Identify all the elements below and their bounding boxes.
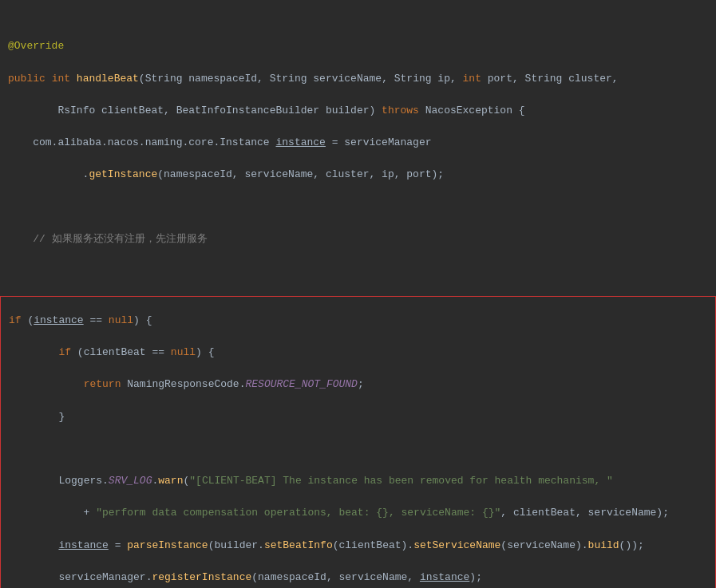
line-comment-register: // 如果服务还没有注册，先注册服务 <box>0 231 716 247</box>
line-instance-parse: instance = parseInstance(builder.setBeat… <box>1 538 715 554</box>
line-close-inner-if: } <box>1 409 715 425</box>
line-blank2 <box>1 441 715 457</box>
line-if-null: if (instance == null) { <box>1 313 715 329</box>
line-method-sig1: public int handleBeat(String namespaceId… <box>0 71 716 87</box>
line-register-instance: serviceManager.registerInstance(namespac… <box>1 570 715 586</box>
line-method-sig2: RsInfo clientBeat, BeatInfoInstanceBuild… <box>0 103 716 119</box>
line-instance-assign: com.alibaba.nacos.naming.core.Instance i… <box>0 135 716 151</box>
line-return-notfound: return NamingResponseCode.RESOURCE_NOT_F… <box>1 377 715 393</box>
line-getinstance: .getInstance(namespaceId, serviceName, c… <box>0 167 716 183</box>
line-loggers2: + "perform data compensation operations,… <box>1 505 715 521</box>
line-if-clientbeat: if (clientBeat == null) { <box>1 345 715 361</box>
highlight-null-check: if (instance == null) { if (clientBeat =… <box>0 296 716 588</box>
line-loggers: Loggers.SRV_LOG.warn("[CLIENT-BEAT] The … <box>1 473 715 489</box>
line-annotation: @Override <box>0 38 716 54</box>
code-editor: @Override public int handleBeat(String n… <box>0 0 716 588</box>
line-blank1 <box>0 199 716 215</box>
